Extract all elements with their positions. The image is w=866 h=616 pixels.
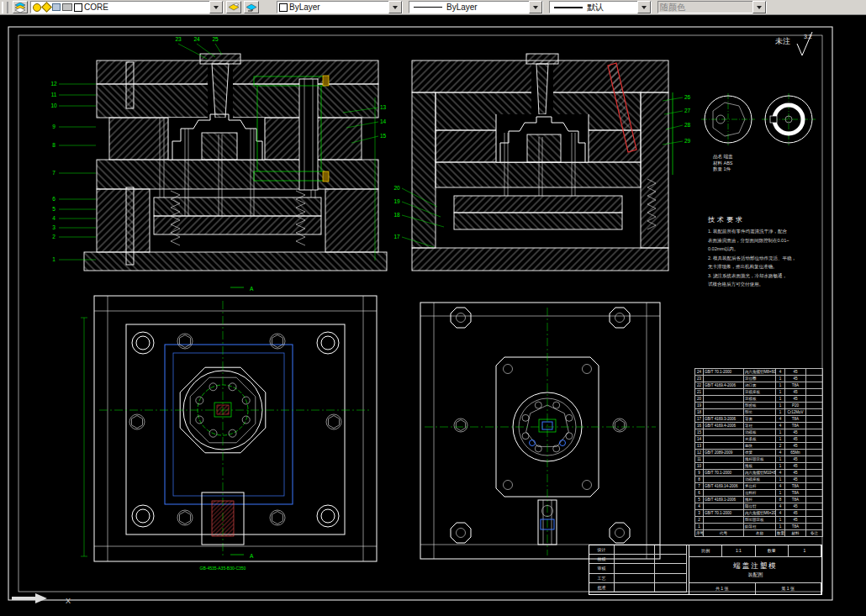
drawing-subtitle: 装配图 (748, 571, 763, 579)
callout-number: 17 (393, 234, 400, 240)
make-object-layer-current-button[interactable] (226, 1, 241, 13)
bom-part-name: 导套 (744, 416, 776, 423)
bom-note (806, 476, 823, 483)
bom-part-name: 限位钉 (744, 503, 776, 510)
bom-row: 3 GB/T 70.1-2000 内六角螺钉M6×20 4 45 (695, 510, 823, 517)
callout-number: 8 (52, 142, 55, 148)
bom-material: 45 (785, 429, 806, 436)
tech-note-line: 1. 装配前所有零件均需清洗干净，配合 (708, 227, 826, 236)
bom-qty: 4 (776, 450, 785, 456)
color-control-combo[interactable]: ByLayer (277, 1, 403, 13)
layer-lock-icon[interactable] (52, 3, 61, 11)
bom-material: 45 (785, 396, 806, 403)
bom-qty: 1 (776, 396, 785, 403)
bom-material: 45 (785, 376, 806, 382)
bom-no: 7 (695, 483, 704, 490)
bom-code (704, 389, 744, 396)
bom-qty: 2 (776, 443, 785, 450)
callout-number: 12 (50, 81, 57, 87)
bom-code: GB/T 70.1-2000 (704, 470, 744, 476)
callout-number: 25 (212, 36, 219, 42)
bom-code: GB/T 70.1-2000 (704, 510, 744, 517)
lineweight-dropdown-arrow[interactable] (637, 1, 651, 13)
callout-number: 1 (52, 256, 55, 262)
bom-note (806, 470, 823, 476)
bom-qty: 4 (776, 510, 785, 517)
bom-no: 8 (695, 476, 704, 483)
color-dropdown-arrow[interactable] (388, 1, 402, 13)
layer-freeze-icon[interactable] (41, 2, 52, 13)
bom-qty: 1 (776, 429, 785, 436)
make-current-icon (228, 3, 240, 13)
lineweight-control-combo[interactable]: 默认 (549, 1, 652, 13)
bom-row: 16 GB/T 4169.4-2006 导柱 4 T8A (695, 423, 823, 429)
bom-no: 1 (695, 524, 704, 530)
toolbar: CORE ByLayer ByLayer 默 (0, 0, 866, 15)
callout-number: 9 (52, 124, 55, 129)
bom-part-name: 垫块 (744, 443, 776, 450)
bom-note (806, 483, 823, 490)
bom-note (806, 376, 823, 382)
layer-plot-icon[interactable] (62, 3, 72, 11)
sign-label: 批准 (589, 583, 615, 592)
bom-part-name: 型芯固定板 (744, 517, 776, 524)
bom-part-name: 浇口套 (744, 382, 776, 389)
bom-code (704, 429, 744, 436)
layer-combo[interactable]: CORE (30, 1, 224, 13)
part-info-line: 数量 1件 (713, 166, 733, 173)
callout-number: 5 (52, 206, 55, 212)
bom-header: 名称 (744, 530, 776, 537)
bom-part-name: 导柱 (744, 423, 776, 429)
qty-value: 1 (789, 545, 821, 556)
bom-code (704, 524, 744, 530)
plotstyle-control-combo: 随颜色 (657, 1, 767, 13)
bom-part-name: 内六角螺钉M8×60 (744, 369, 776, 376)
title-block-main: 比例 1:1 数量 1 端盖注塑模 装配图 共 1 张 第 1 张 (689, 545, 821, 594)
layer-dropdown-arrow[interactable] (209, 1, 223, 13)
bom-row: 18 型芯 1 Cr12MoV (695, 409, 823, 416)
bom-note (806, 382, 823, 389)
layer-on-icon[interactable] (33, 3, 41, 12)
bom-row: 15 动模板 1 45 (695, 429, 823, 436)
bom-no: 14 (695, 436, 704, 443)
bom-no: 19 (695, 403, 704, 409)
bom-qty: 1 (776, 389, 785, 396)
bom-no: 6 (695, 490, 704, 497)
bom-note (806, 497, 823, 503)
linetype-control-combo[interactable]: ByLayer (409, 1, 543, 13)
callout-number: 4 (52, 215, 55, 221)
bom-row: 20 定模板 1 45 (695, 396, 823, 403)
layer-color-swatch (74, 3, 82, 12)
bom-no: 24 (695, 369, 704, 376)
bom-part-name: 型腔板 (744, 403, 776, 409)
bom-qty: 4 (776, 483, 785, 490)
bom-row: 14 支承板 1 45 (695, 436, 823, 443)
toolbar-grip[interactable] (2, 2, 8, 13)
linetype-dropdown-arrow[interactable] (529, 1, 542, 13)
bom-qty: 8 (776, 497, 785, 503)
bom-material: Cr12MoV (785, 409, 806, 416)
bom-code: GB/T 4169.3-2006 (704, 416, 744, 423)
drawing-title: 端盖注塑模 (733, 561, 778, 571)
bom-code (704, 443, 744, 450)
bom-note (806, 429, 823, 436)
bom-part-name: 推杆 (744, 497, 776, 503)
color-value: ByLayer (289, 3, 387, 12)
parts-list: 24 GB/T 70.1-2000 内六角螺钉M8×60 4 45 23 定位圈 (694, 368, 823, 537)
bom-note (806, 517, 823, 524)
bom-part-name: 内六角螺钉M6×20 (744, 510, 776, 517)
model-space-viewport[interactable]: 未注 3.2 12 11 10 9 8 7 6 5 (0, 15, 866, 616)
bom-code (704, 409, 744, 416)
bom-code (704, 490, 744, 497)
bom-header: 材料 (785, 530, 806, 537)
tech-note-line: 2. 模具装配后各活动部位动作灵活、平稳， (708, 254, 826, 263)
bom-part-name: 推板 (744, 463, 776, 470)
tech-note-line: 0.02mm以内。 (708, 245, 826, 254)
bom-qty: 1 (776, 476, 785, 483)
layer-previous-button[interactable] (244, 1, 259, 13)
bom-header: 序号 (695, 530, 704, 537)
bom-part-name: 定模板 (744, 396, 776, 403)
bom-code (704, 403, 744, 409)
callout-number: 24 (193, 36, 200, 42)
layer-properties-button[interactable] (13, 1, 28, 13)
